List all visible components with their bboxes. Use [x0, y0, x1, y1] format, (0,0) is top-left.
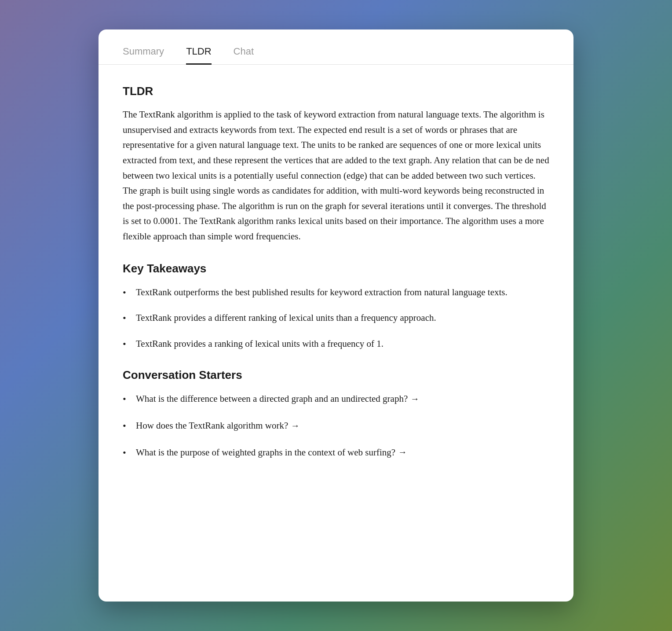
tab-bar: Summary TLDR Chat — [99, 29, 573, 65]
list-item: TextRank provides a ranking of lexical u… — [123, 337, 549, 351]
list-item: TextRank provides a different ranking of… — [123, 311, 549, 325]
key-takeaways-list: TextRank outperforms the best published … — [123, 285, 549, 351]
conversation-starters-list: What is the difference between a directe… — [123, 392, 549, 459]
tldr-body: The TextRank algorithm is applied to the… — [123, 107, 549, 244]
conversation-text-2: How does the TextRank algorithm work? — [136, 418, 288, 433]
tab-summary[interactable]: Summary — [123, 46, 164, 65]
list-item: TextRank outperforms the best published … — [123, 285, 549, 300]
main-card: Summary TLDR Chat TLDR The TextRank algo… — [99, 29, 573, 602]
conversation-text-1: What is the difference between a directe… — [136, 392, 408, 406]
arrow-icon-3: → — [398, 445, 407, 459]
tldr-heading: TLDR — [123, 84, 549, 98]
content-area: TLDR The TextRank algorithm is applied t… — [99, 65, 573, 459]
list-item[interactable]: What is the difference between a directe… — [123, 392, 549, 406]
conversation-link-3[interactable]: What is the purpose of weighted graphs i… — [136, 445, 407, 460]
list-item[interactable]: What is the purpose of weighted graphs i… — [123, 445, 549, 460]
tab-chat[interactable]: Chat — [234, 46, 254, 65]
conversation-starters-heading: Conversation Starters — [123, 368, 549, 382]
conversation-text-3: What is the purpose of weighted graphs i… — [136, 445, 395, 460]
list-item[interactable]: How does the TextRank algorithm work? → — [123, 418, 549, 433]
conversation-link-1[interactable]: What is the difference between a directe… — [136, 392, 419, 406]
tab-tldr[interactable]: TLDR — [186, 46, 211, 65]
key-takeaways-heading: Key Takeaways — [123, 262, 549, 275]
conversation-link-2[interactable]: How does the TextRank algorithm work? → — [136, 418, 299, 433]
arrow-icon-2: → — [291, 419, 299, 433]
arrow-icon-1: → — [410, 392, 419, 406]
